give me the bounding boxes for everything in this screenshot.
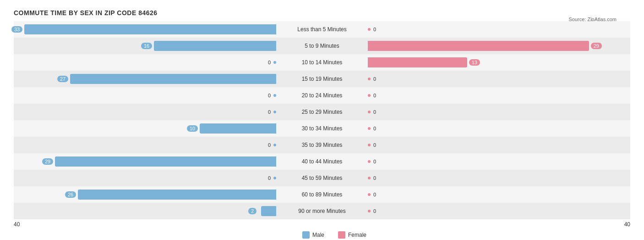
female-zero-value: 0 (373, 175, 376, 181)
chart-row: 2715 to 19 Minutes0 (14, 71, 630, 87)
male-bar-area: 0 (14, 54, 276, 71)
axis-right-label: 40 (624, 221, 630, 228)
row-label: 45 to 59 Minutes (276, 175, 368, 181)
male-bar: 27 (70, 74, 276, 84)
male-zero-dot (273, 94, 276, 97)
female-bar-label: 13 (469, 59, 480, 66)
male-bar: 29 (55, 156, 276, 167)
legend-female-label: Female (348, 232, 366, 238)
female-bar: 29 (368, 41, 589, 51)
male-bar: 33 (24, 24, 276, 34)
female-zero-value: 0 (373, 93, 376, 98)
chart-row: 020 to 24 Minutes0 (14, 87, 630, 104)
male-bar: 10 (200, 123, 276, 134)
male-zero-dot (273, 61, 276, 64)
male-zero-value: 0 (268, 142, 271, 148)
female-bar-area: 0 (368, 153, 630, 170)
female-zero-dot (368, 28, 371, 31)
chart-row: 010 to 14 Minutes13 (14, 54, 630, 71)
female-zero-value: 0 (373, 192, 376, 197)
chart-row: 035 to 39 Minutes0 (14, 137, 630, 153)
male-zero-value: 0 (268, 60, 271, 65)
chart-row: 33Less than 5 Minutes0 (14, 21, 630, 38)
male-bar-area: 0 (14, 137, 276, 153)
male-zero-dot (273, 177, 276, 179)
female-zero-value: 0 (373, 76, 376, 82)
male-bar-label: 16 (141, 43, 152, 49)
female-zero-dot (368, 144, 371, 146)
legend-female-box (338, 231, 345, 239)
male-bar-area: 0 (14, 104, 276, 120)
female-zero-value: 0 (373, 109, 376, 115)
row-label: 15 to 19 Minutes (276, 76, 368, 82)
female-bar-area: 29 (368, 38, 630, 54)
female-bar-area: 0 (368, 170, 630, 186)
legend-male-label: Male (312, 232, 324, 238)
female-zero-value: 0 (373, 142, 376, 148)
row-label: 10 to 14 Minutes (276, 59, 368, 66)
row-label: 5 to 9 Minutes (276, 43, 368, 49)
male-bar: 2 (261, 206, 276, 216)
female-bar: 13 (368, 57, 467, 67)
female-bar-label: 29 (591, 43, 602, 49)
female-bar-area: 0 (368, 186, 630, 203)
male-bar: 26 (78, 190, 276, 200)
male-bar-area: 26 (14, 186, 276, 203)
legend-male-box (302, 231, 310, 239)
female-zero-dot (368, 177, 371, 179)
axis-row: 40 40 (14, 221, 630, 228)
female-bar-area: 0 (368, 203, 630, 219)
female-zero-dot (368, 127, 371, 130)
male-bar-area: 33 (14, 21, 276, 38)
female-zero-value: 0 (373, 208, 376, 214)
female-zero-value: 0 (373, 27, 376, 32)
female-zero-dot (368, 193, 371, 196)
female-zero-dot (368, 111, 371, 113)
legend: Male Female (14, 231, 644, 239)
row-label: 30 to 34 Minutes (276, 125, 368, 132)
row-label: 20 to 24 Minutes (276, 92, 368, 99)
male-bar-area: 27 (14, 71, 276, 87)
male-bar-area: 0 (14, 87, 276, 104)
female-zero-dot (368, 78, 371, 80)
female-zero-dot (368, 210, 371, 212)
female-bar-area: 0 (368, 104, 630, 120)
legend-male: Male (302, 231, 324, 239)
female-bar-area: 0 (368, 71, 630, 87)
male-bar: 16 (154, 41, 276, 51)
female-bar-area: 13 (368, 54, 630, 71)
row-label: 25 to 29 Minutes (276, 109, 368, 115)
female-zero-value: 0 (373, 126, 376, 131)
male-zero-dot (273, 111, 276, 113)
chart-container: 33Less than 5 Minutes0165 to 9 Minutes29… (14, 21, 630, 219)
chart-row: 045 to 59 Minutes0 (14, 170, 630, 186)
male-bar-area: 10 (14, 120, 276, 137)
chart-row: 1030 to 34 Minutes0 (14, 120, 630, 137)
male-bar-area: 2 (14, 203, 276, 219)
male-bar-label: 27 (57, 76, 68, 82)
female-bar-area: 0 (368, 87, 630, 104)
axis-left-label: 40 (14, 221, 20, 228)
female-zero-dot (368, 160, 371, 163)
chart-row: 025 to 29 Minutes0 (14, 104, 630, 120)
row-label: 90 or more Minutes (276, 208, 368, 214)
female-zero-dot (368, 94, 371, 97)
male-bar-label: 33 (11, 26, 22, 33)
male-zero-value: 0 (268, 175, 271, 181)
legend-female: Female (338, 231, 366, 239)
male-bar-label: 2 (248, 208, 257, 214)
female-bar-area: 0 (368, 120, 630, 137)
male-bar-area: 0 (14, 170, 276, 186)
chart-title: COMMUTE TIME BY SEX IN ZIP CODE 84626 (14, 9, 630, 17)
female-bar-area: 0 (368, 21, 630, 38)
row-label: 40 to 44 Minutes (276, 158, 368, 165)
male-bar-label: 10 (187, 125, 198, 132)
chart-row: 165 to 9 Minutes29 (14, 38, 630, 54)
male-zero-value: 0 (268, 109, 271, 115)
male-zero-dot (273, 144, 276, 146)
chart-row: 290 or more Minutes0 (14, 203, 630, 219)
male-zero-value: 0 (268, 93, 271, 98)
male-bar-area: 16 (14, 38, 276, 54)
row-label: Less than 5 Minutes (276, 26, 368, 33)
chart-row: 2940 to 44 Minutes0 (14, 153, 630, 170)
